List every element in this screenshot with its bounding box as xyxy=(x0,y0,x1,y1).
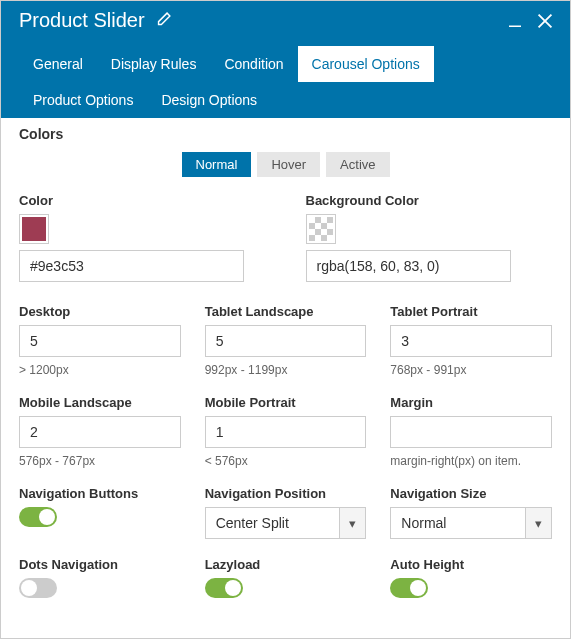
mobile-p-hint: < 576px xyxy=(205,454,367,468)
state-tab-normal[interactable]: Normal xyxy=(182,152,252,177)
window-title: Product Slider xyxy=(19,9,145,32)
titlebar: Product Slider xyxy=(1,1,570,36)
tab-design-options[interactable]: Design Options xyxy=(147,82,271,118)
tablet-p-input[interactable] xyxy=(390,325,552,357)
nav-size-select[interactable] xyxy=(390,507,526,539)
close-icon[interactable] xyxy=(534,10,556,32)
color-label: Color xyxy=(19,193,266,208)
tablet-p-label: Tablet Portrait xyxy=(390,304,552,319)
state-tab-hover[interactable]: Hover xyxy=(257,152,320,177)
margin-hint: margin-right(px) on item. xyxy=(390,454,552,468)
nav-buttons-label: Navigation Buttons xyxy=(19,486,181,501)
desktop-input[interactable] xyxy=(19,325,181,357)
mobile-p-label: Mobile Portrait xyxy=(205,395,367,410)
mobile-l-hint: 576px - 767px xyxy=(19,454,181,468)
tablet-p-hint: 768px - 991px xyxy=(390,363,552,377)
colors-heading: Colors xyxy=(19,126,552,142)
tab-product-options[interactable]: Product Options xyxy=(19,82,147,118)
desktop-label: Desktop xyxy=(19,304,181,319)
autoheight-label: Auto Height xyxy=(390,557,552,572)
dots-toggle[interactable] xyxy=(19,578,57,598)
tab-condition[interactable]: Condition xyxy=(210,46,297,82)
minimize-icon[interactable] xyxy=(506,12,524,30)
state-tab-active[interactable]: Active xyxy=(326,152,389,177)
mobile-p-input[interactable] xyxy=(205,416,367,448)
color-swatch-inner xyxy=(22,217,46,241)
dots-label: Dots Navigation xyxy=(19,557,181,572)
bg-color-input[interactable] xyxy=(306,250,511,282)
tablet-l-label: Tablet Landscape xyxy=(205,304,367,319)
bg-color-label: Background Color xyxy=(306,193,553,208)
tablet-l-hint: 992px - 1199px xyxy=(205,363,367,377)
tab-carousel-options[interactable]: Carousel Options xyxy=(298,46,434,82)
tab-display-rules[interactable]: Display Rules xyxy=(97,46,211,82)
color-swatch[interactable] xyxy=(19,214,49,244)
tablet-l-input[interactable] xyxy=(205,325,367,357)
bg-color-swatch-inner xyxy=(309,217,333,241)
nav-position-label: Navigation Position xyxy=(205,486,367,501)
edit-icon[interactable] xyxy=(155,11,172,31)
tab-general[interactable]: General xyxy=(19,46,97,82)
nav-position-select[interactable] xyxy=(205,507,341,539)
mobile-l-input[interactable] xyxy=(19,416,181,448)
margin-input[interactable] xyxy=(390,416,552,448)
lazyload-toggle[interactable] xyxy=(205,578,243,598)
desktop-hint: > 1200px xyxy=(19,363,181,377)
nav-buttons-toggle[interactable] xyxy=(19,507,57,527)
lazyload-label: Lazyload xyxy=(205,557,367,572)
bg-color-swatch[interactable] xyxy=(306,214,336,244)
nav-size-label: Navigation Size xyxy=(390,486,552,501)
margin-label: Margin xyxy=(390,395,552,410)
mobile-l-label: Mobile Landscape xyxy=(19,395,181,410)
main-tabs: General Display Rules Condition Carousel… xyxy=(1,36,570,118)
state-tabs: Normal Hover Active xyxy=(19,152,552,177)
color-input[interactable] xyxy=(19,250,244,282)
autoheight-toggle[interactable] xyxy=(390,578,428,598)
chevron-down-icon[interactable]: ▾ xyxy=(340,507,366,539)
chevron-down-icon[interactable]: ▾ xyxy=(526,507,552,539)
